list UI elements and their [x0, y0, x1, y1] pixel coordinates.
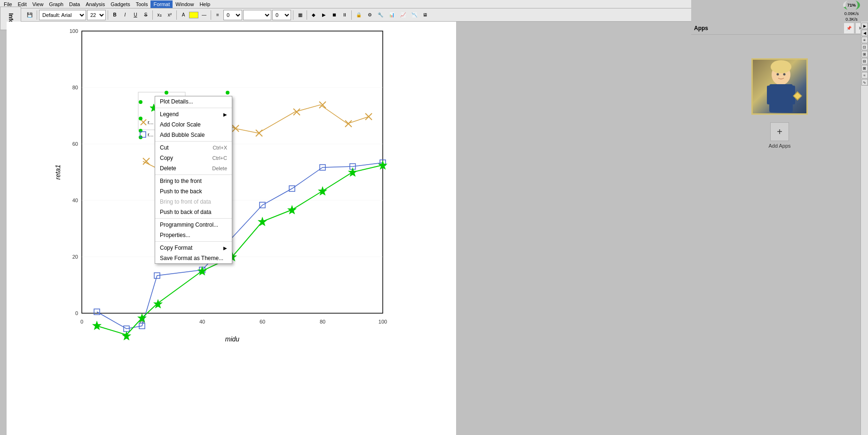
pause-button[interactable]: ⏸: [340, 10, 349, 20]
menu-tools[interactable]: Tools: [133, 0, 151, 8]
menu-window[interactable]: Window: [173, 0, 197, 8]
right-tool-4[interactable]: ⊡: [861, 44, 868, 50]
lock-button[interactable]: 🔒: [354, 10, 364, 20]
cpu-circle: 71%: [843, 0, 860, 10]
svg-text:80: 80: [320, 319, 325, 324]
sep5: [211, 10, 211, 20]
hatch-button[interactable]: ▦: [295, 10, 305, 20]
menu-format[interactable]: Format: [150, 0, 173, 8]
right-tool-7[interactable]: ⊠: [861, 65, 868, 71]
svg-text:40: 40: [199, 319, 205, 324]
superscript-button[interactable]: x²: [165, 10, 174, 20]
svg-point-80: [777, 73, 779, 76]
context-menu: Plot Details... Legend ▶ Add Color Scale…: [155, 96, 232, 264]
ctx-sep3: [155, 174, 232, 175]
ctx-save-format-theme[interactable]: Save Format as Theme...: [155, 253, 232, 263]
right-tool-3[interactable]: ≡: [861, 37, 868, 43]
strikethrough-button[interactable]: S: [141, 10, 150, 20]
right-tool-9[interactable]: ∿: [861, 79, 868, 86]
menu-view[interactable]: View: [30, 0, 47, 8]
font-color-button[interactable]: A: [179, 10, 188, 20]
svg-point-63: [165, 91, 168, 95]
stop-button[interactable]: ⏹: [330, 10, 339, 20]
right-tool-2[interactable]: ◀: [861, 30, 868, 36]
tool1-button[interactable]: ⚙: [365, 10, 374, 20]
right-tool-8[interactable]: ≈: [861, 72, 868, 79]
character-svg: [753, 58, 806, 115]
ctx-delete[interactable]: Delete Delete: [155, 163, 232, 174]
value-select[interactable]: 0: [272, 10, 291, 20]
play-button[interactable]: ▶: [319, 10, 329, 20]
tool3-button[interactable]: 📊: [387, 10, 397, 20]
tool2-button[interactable]: 🔧: [375, 10, 386, 20]
svg-text:40: 40: [72, 198, 78, 203]
svg-marker-47: [93, 322, 101, 329]
cpu-download-speed: 0.3K/s: [845, 17, 858, 22]
ctx-sep5: [155, 241, 232, 242]
line-color-button[interactable]: —: [199, 10, 209, 20]
sep1: [37, 10, 37, 20]
add-apps-button[interactable]: + Add Apps: [768, 122, 790, 149]
ctx-sep2: [155, 141, 232, 142]
menu-data[interactable]: Data: [66, 0, 83, 8]
sep8: [351, 10, 352, 20]
ctx-legend[interactable]: Legend ▶: [155, 109, 232, 119]
svg-rect-76: [769, 84, 793, 112]
subscript-button[interactable]: x₂: [155, 10, 164, 20]
ctx-add-bubble-scale[interactable]: Add Bubble Scale: [155, 130, 232, 140]
svg-text:80: 80: [72, 85, 78, 90]
bold-button[interactable]: B: [110, 10, 119, 20]
svg-point-79: [771, 60, 791, 73]
italic-button[interactable]: I: [120, 10, 130, 20]
font-size-select[interactable]: 22: [87, 10, 106, 20]
right-toolbar: ▶ ◀ ≡ ⊡ ⊞ ⊟ ⊠ ≈ ∿: [860, 22, 868, 435]
ctx-copy-format[interactable]: Copy Format ▶: [155, 243, 232, 253]
right-tool-6[interactable]: ⊟: [861, 58, 868, 64]
svg-point-64: [226, 91, 229, 95]
font-family-select[interactable]: Default: Arial: [39, 10, 86, 20]
ctx-push-back-data[interactable]: Push to back of data: [155, 207, 232, 217]
svg-point-81: [783, 73, 786, 76]
ctx-cut[interactable]: Cut Ctrl+X: [155, 142, 232, 153]
add-apps-icon: +: [770, 122, 789, 141]
apps-pin-button[interactable]: 📌: [844, 23, 854, 33]
line-style-button[interactable]: ≡: [213, 10, 222, 20]
character-image: [751, 58, 808, 115]
svg-text:0: 0: [75, 310, 78, 316]
svg-text:midu: midu: [225, 335, 240, 343]
ctx-copy[interactable]: Copy Ctrl+C: [155, 153, 232, 163]
ctx-add-color-scale[interactable]: Add Color Scale: [155, 119, 232, 130]
svg-text:60: 60: [260, 319, 265, 324]
svg-text:reta1: reta1: [54, 165, 62, 180]
ctx-programming-control[interactable]: Programming Control...: [155, 220, 232, 230]
tool4-button[interactable]: 📈: [398, 10, 408, 20]
ctx-properties[interactable]: Properties...: [155, 230, 232, 240]
ctx-push-back[interactable]: Push to the back: [155, 186, 232, 197]
underline-button[interactable]: U: [131, 10, 140, 20]
ctx-sep4: [155, 218, 232, 219]
marker-button[interactable]: ◆: [309, 10, 318, 20]
svg-text:r...: r...: [148, 119, 153, 125]
sep3: [152, 10, 153, 20]
menu-help[interactable]: Help: [197, 0, 213, 8]
sep7: [307, 10, 307, 20]
svg-point-70: [139, 129, 142, 133]
right-tool-5[interactable]: ⊞: [861, 51, 868, 57]
sep6: [293, 10, 293, 20]
canvas-area: 0 20 40 60 80 100 0 20 40 60 80 100 midu…: [7, 22, 456, 435]
menu-gadgets[interactable]: Gadgets: [108, 0, 133, 8]
right-tool-1[interactable]: ▶: [861, 23, 868, 29]
save-button[interactable]: 💾: [24, 10, 35, 20]
svg-point-68: [139, 117, 142, 120]
menu-analysis[interactable]: Analysis: [83, 0, 108, 8]
tool6-button[interactable]: 🖥: [420, 10, 430, 20]
fill-color-button[interactable]: [189, 12, 198, 18]
tool5-button[interactable]: 📉: [409, 10, 419, 20]
menu-graph[interactable]: Graph: [46, 0, 66, 8]
ctx-bring-front-data: Bring to front of data: [155, 197, 232, 207]
ctx-plot-details[interactable]: Plot Details...: [155, 96, 232, 107]
ctx-bring-front[interactable]: Bring to the front: [155, 176, 232, 186]
line-width-select[interactable]: 0: [223, 10, 242, 20]
pattern-select[interactable]: [243, 10, 271, 20]
apps-panel: + Add Apps: [691, 35, 868, 435]
